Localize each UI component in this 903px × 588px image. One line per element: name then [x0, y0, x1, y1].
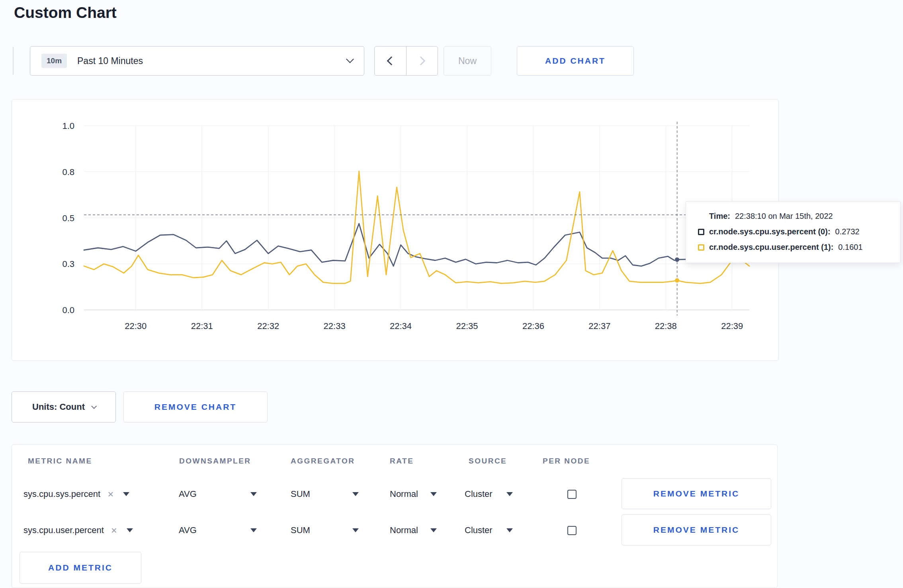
caret-down-icon	[250, 528, 257, 532]
metrics-table: METRIC NAME DOWNSAMPLER AGGREGATOR RATE …	[12, 444, 778, 588]
col-header-downsampler: DOWNSAMPLER	[179, 457, 251, 465]
aggregator-select[interactable]: SUM	[291, 514, 359, 546]
chevron-left-icon	[387, 56, 396, 66]
table-row: sys.cpu.sys.percent × AVG SUM Normal Clu…	[12, 478, 777, 510]
caret-down-icon	[430, 492, 437, 496]
metric-name-select[interactable]: sys.cpu.user.percent ×	[23, 514, 133, 546]
toolbar-divider	[13, 47, 14, 75]
svg-text:0.0: 0.0	[62, 305, 74, 315]
tooltip-series-value: 0.2732	[835, 227, 860, 236]
tooltip-time-row: Time:22:38:10 on Mar 15th, 2022	[709, 212, 888, 221]
time-range-badge: 10m	[41, 54, 67, 68]
caret-down-icon	[352, 528, 359, 532]
rate-select[interactable]: Normal	[390, 478, 437, 510]
svg-text:1.0: 1.0	[62, 121, 74, 131]
tooltip-series-label: cr.node.sys.cpu.sys.percent (0):	[709, 227, 831, 236]
tooltip-series-row: cr.node.sys.cpu.user.percent (1): 0.1601	[698, 243, 888, 252]
page-title: Custom Chart	[14, 4, 117, 21]
series-user-swatch-icon	[698, 244, 704, 251]
clear-metric-icon[interactable]: ×	[108, 489, 113, 499]
metric-name-select[interactable]: sys.cpu.sys.percent ×	[23, 478, 129, 510]
time-range-label: Past 10 Minutes	[77, 56, 143, 66]
col-header-rate: RATE	[390, 457, 414, 465]
units-label: Units: Count	[32, 402, 85, 412]
rate-value: Normal	[390, 525, 418, 535]
svg-text:22:36: 22:36	[522, 321, 544, 331]
caret-down-icon	[123, 492, 129, 496]
aggregator-select[interactable]: SUM	[291, 478, 359, 510]
metrics-chart[interactable]: 0.00.30.50.81.022:3022:3122:3222:3322:34…	[12, 99, 779, 361]
svg-text:22:33: 22:33	[324, 321, 346, 331]
now-button[interactable]: Now	[444, 46, 491, 76]
tooltip-series-row: cr.node.sys.cpu.sys.percent (0): 0.2732	[698, 227, 888, 236]
time-step-buttons	[374, 46, 438, 76]
per-node-checkbox[interactable]	[567, 526, 577, 535]
downsampler-select[interactable]: AVG	[179, 478, 257, 510]
svg-text:22:32: 22:32	[257, 321, 279, 331]
downsampler-value: AVG	[179, 525, 197, 535]
time-range-dropdown[interactable]: 10m Past 10 Minutes	[30, 46, 364, 76]
remove-chart-button[interactable]: REMOVE CHART	[123, 391, 268, 423]
caret-down-icon	[127, 528, 133, 532]
tooltip-series-value: 0.1601	[838, 243, 862, 252]
svg-text:22:30: 22:30	[125, 321, 147, 331]
svg-text:0.8: 0.8	[62, 167, 74, 177]
tooltip-time-value: 22:38:10 on Mar 15th, 2022	[735, 212, 833, 220]
remove-metric-button[interactable]: REMOVE METRIC	[622, 514, 771, 545]
col-header-source: SOURCE	[469, 457, 507, 465]
svg-text:22:37: 22:37	[588, 321, 610, 331]
col-header-per-node: PER NODE	[543, 457, 590, 465]
chevron-down-icon	[91, 403, 97, 409]
per-node-checkbox[interactable]	[567, 490, 577, 499]
clear-metric-icon[interactable]: ×	[111, 525, 117, 535]
col-header-aggregator: AGGREGATOR	[291, 457, 355, 465]
caret-down-icon	[506, 492, 513, 496]
source-select[interactable]: Cluster	[465, 478, 513, 510]
caret-down-icon	[506, 528, 513, 532]
metric-name-label: sys.cpu.user.percent	[23, 525, 104, 535]
custom-chart-page: Custom Chart 10m Past 10 Minutes Now ADD…	[0, 0, 903, 588]
aggregator-value: SUM	[291, 489, 310, 499]
caret-down-icon	[352, 492, 359, 496]
tooltip-series-label: cr.node.sys.cpu.user.percent (1):	[709, 243, 833, 252]
time-back-button[interactable]	[375, 47, 406, 75]
remove-metric-button[interactable]: REMOVE METRIC	[622, 478, 771, 509]
caret-down-icon	[250, 492, 257, 496]
chart-tooltip: Time:22:38:10 on Mar 15th, 2022 cr.node.…	[686, 201, 901, 263]
chevron-down-icon	[346, 55, 354, 63]
metric-name-label: sys.cpu.sys.percent	[23, 489, 100, 499]
add-chart-button[interactable]: ADD CHART	[517, 46, 634, 76]
time-forward-button[interactable]	[406, 47, 438, 75]
rate-select[interactable]: Normal	[390, 514, 437, 546]
svg-text:22:31: 22:31	[191, 321, 213, 331]
chevron-right-icon	[416, 56, 425, 66]
aggregator-value: SUM	[291, 525, 310, 535]
add-metric-button[interactable]: ADD METRIC	[20, 552, 141, 584]
source-select[interactable]: Cluster	[465, 514, 513, 546]
source-value: Cluster	[465, 525, 493, 535]
col-header-metric-name: METRIC NAME	[28, 457, 92, 465]
chart-card: 0.00.30.50.81.022:3022:3122:3222:3322:34…	[12, 99, 779, 361]
svg-text:22:39: 22:39	[721, 321, 743, 331]
rate-value: Normal	[390, 489, 418, 499]
svg-text:22:34: 22:34	[390, 321, 412, 331]
table-row: sys.cpu.user.percent × AVG SUM Normal Cl…	[12, 514, 777, 546]
svg-text:0.5: 0.5	[62, 213, 74, 223]
caret-down-icon	[430, 528, 437, 532]
tooltip-time-label: Time:	[709, 212, 730, 220]
series-sys-swatch-icon	[698, 229, 704, 235]
downsampler-select[interactable]: AVG	[179, 514, 257, 546]
source-value: Cluster	[465, 489, 493, 499]
svg-text:22:38: 22:38	[655, 321, 677, 331]
svg-text:0.3: 0.3	[62, 259, 74, 269]
svg-text:22:35: 22:35	[456, 321, 478, 331]
downsampler-value: AVG	[179, 489, 197, 499]
units-dropdown[interactable]: Units: Count	[12, 391, 116, 423]
